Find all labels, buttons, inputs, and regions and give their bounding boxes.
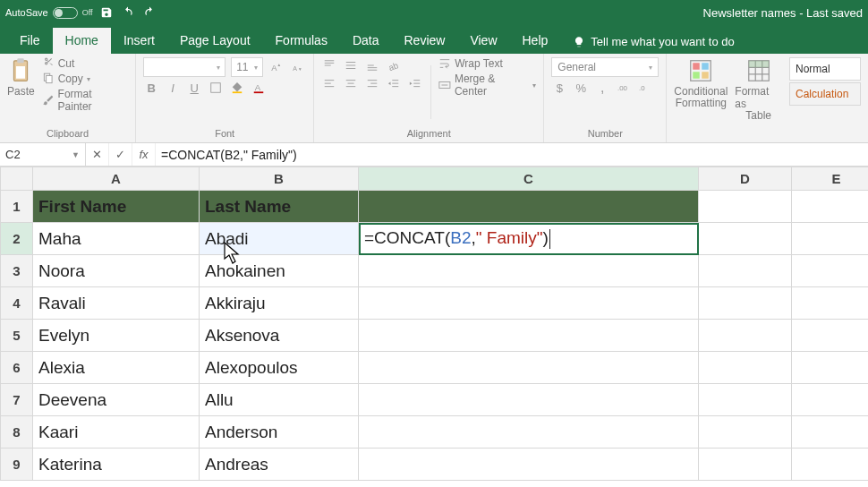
name-box[interactable]: C2 ▼	[0, 143, 86, 166]
cell[interactable]	[359, 320, 699, 352]
cell[interactable]	[792, 416, 869, 449]
decrease-decimal-icon[interactable]: .0	[637, 80, 653, 96]
cell[interactable]: Abadi	[200, 223, 359, 255]
cell[interactable]	[792, 255, 869, 287]
increase-font-icon[interactable]: A▲	[268, 59, 285, 75]
cell[interactable]	[359, 287, 699, 320]
copy-button[interactable]: Copy ▾	[42, 73, 128, 85]
align-top-icon[interactable]	[321, 57, 337, 73]
cell[interactable]	[792, 449, 869, 481]
row-header[interactable]: 2	[1, 223, 33, 255]
bold-button[interactable]: B	[143, 80, 159, 96]
number-format-combo[interactable]: General ▾	[551, 57, 659, 77]
align-middle-icon[interactable]	[343, 57, 359, 73]
italic-button[interactable]: I	[165, 80, 181, 96]
row-header[interactable]: 1	[1, 191, 33, 223]
cell[interactable]: Alexopoulos	[200, 352, 359, 384]
tab-review[interactable]: Review	[392, 28, 458, 54]
cell[interactable]	[359, 384, 699, 416]
align-center-icon[interactable]	[343, 76, 359, 92]
cell[interactable]	[792, 287, 869, 320]
cell[interactable]: First Name	[33, 191, 200, 223]
tab-help[interactable]: Help	[510, 28, 561, 54]
tab-formulas[interactable]: Formulas	[263, 28, 340, 54]
decrease-indent-icon[interactable]	[386, 76, 402, 92]
col-header-e[interactable]: E	[792, 167, 869, 191]
decrease-font-icon[interactable]: A▼	[290, 59, 306, 75]
cell[interactable]	[699, 223, 792, 255]
cell[interactable]	[359, 449, 699, 481]
cell[interactable]: Ahokainen	[200, 255, 359, 287]
currency-icon[interactable]: $	[551, 80, 567, 96]
select-all-corner[interactable]	[1, 167, 33, 191]
cell[interactable]	[699, 449, 792, 481]
cell[interactable]	[359, 416, 699, 449]
fill-color-icon[interactable]	[229, 80, 245, 96]
cell[interactable]	[359, 191, 699, 223]
format-as-table-button[interactable]: Format as Table	[735, 57, 782, 122]
cell[interactable]	[699, 352, 792, 384]
tab-view[interactable]: View	[457, 28, 509, 54]
undo-icon[interactable]	[120, 4, 136, 21]
cell[interactable]: Katerina	[33, 449, 200, 481]
cell[interactable]	[792, 191, 869, 223]
cell[interactable]: Evelyn	[33, 320, 200, 352]
tell-me-search[interactable]: Tell me what you want to do	[573, 35, 734, 54]
increase-indent-icon[interactable]	[407, 76, 423, 92]
cell[interactable]: Kaari	[33, 416, 200, 449]
insert-function-icon[interactable]: fx	[132, 143, 156, 166]
spreadsheet-grid[interactable]: A B C D E 1 First Name Last Name 2 Maha …	[0, 167, 868, 481]
align-right-icon[interactable]	[364, 76, 380, 92]
cell[interactable]	[699, 416, 792, 449]
cell[interactable]: Ravali	[33, 287, 200, 320]
cell[interactable]	[792, 320, 869, 352]
cell[interactable]: Aksenova	[200, 320, 359, 352]
row-header[interactable]: 4	[1, 287, 33, 320]
merge-center-button[interactable]: Merge & Center ▾	[438, 73, 536, 98]
cell[interactable]	[699, 287, 792, 320]
underline-button[interactable]: U	[186, 80, 202, 96]
col-header-a[interactable]: A	[33, 167, 200, 191]
cell[interactable]	[699, 191, 792, 223]
col-header-c[interactable]: C	[359, 167, 699, 191]
cell-style-calculation[interactable]: Calculation	[789, 82, 861, 106]
comma-icon[interactable]: ,	[594, 80, 610, 96]
tab-home[interactable]: Home	[53, 28, 111, 54]
wrap-text-button[interactable]: Wrap Text	[438, 57, 536, 70]
col-header-d[interactable]: D	[699, 167, 792, 191]
align-left-icon[interactable]	[321, 76, 337, 92]
row-header[interactable]: 7	[1, 384, 33, 416]
cell[interactable]	[792, 352, 869, 384]
tab-insert[interactable]: Insert	[111, 28, 167, 54]
tab-file[interactable]: File	[7, 28, 53, 54]
autosave-toggle[interactable]: AutoSave Off	[5, 7, 93, 19]
paste-button[interactable]: Paste	[7, 57, 35, 98]
row-header[interactable]: 3	[1, 255, 33, 287]
cell[interactable]: Allu	[200, 384, 359, 416]
cell[interactable]: Last Name	[200, 191, 359, 223]
tab-data[interactable]: Data	[340, 28, 392, 54]
cell[interactable]	[699, 384, 792, 416]
cut-button[interactable]: Cut	[42, 57, 128, 70]
cell[interactable]	[792, 223, 869, 255]
cell[interactable]	[359, 352, 699, 384]
cell[interactable]: Noora	[33, 255, 200, 287]
enter-formula-icon[interactable]: ✓	[109, 143, 132, 166]
font-name-combo[interactable]: ▾	[143, 57, 226, 77]
cell[interactable]	[792, 384, 869, 416]
align-bottom-icon[interactable]	[364, 57, 380, 73]
cell[interactable]	[359, 255, 699, 287]
cell-style-normal[interactable]: Normal	[789, 57, 861, 81]
percent-icon[interactable]: %	[573, 80, 589, 96]
cell[interactable]: Alexia	[33, 352, 200, 384]
cell[interactable]: Deevena	[33, 384, 200, 416]
font-color-icon[interactable]: A	[251, 80, 267, 96]
cell[interactable]: Anderson	[200, 416, 359, 449]
row-header[interactable]: 9	[1, 449, 33, 481]
cell[interactable]	[699, 255, 792, 287]
conditional-formatting-button[interactable]: Conditional Formatting	[674, 57, 728, 109]
cell[interactable]: Andreas	[200, 449, 359, 481]
cancel-formula-icon[interactable]: ✕	[86, 143, 109, 166]
cell[interactable]	[699, 320, 792, 352]
cell[interactable]: Maha	[33, 223, 200, 255]
